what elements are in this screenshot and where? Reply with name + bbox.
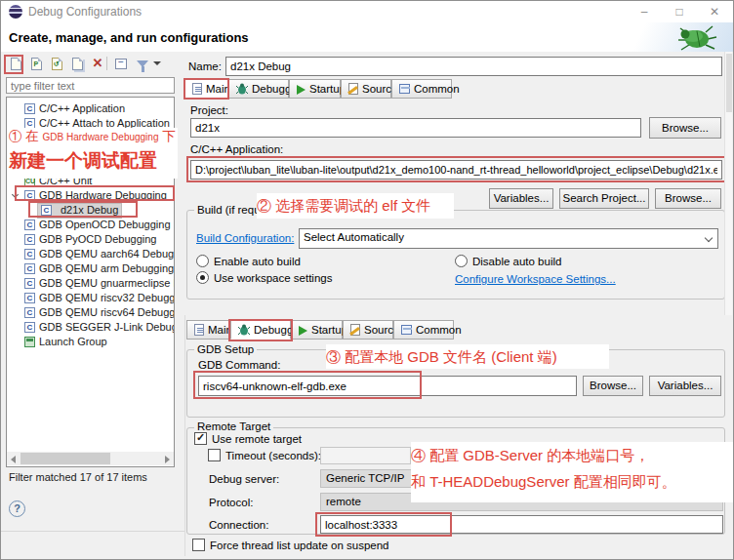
new-configuration-button[interactable] [7,55,24,72]
timeout-checkbox[interactable]: Timeout (seconds): [208,449,321,461]
connection-label: Connection: [209,519,268,531]
toolbar-separator [106,57,107,70]
tree-item[interactable]: Launch Group [7,335,174,349]
tree-item[interactable]: CGDB OpenOCD Debugging [7,218,174,232]
close-button[interactable]: ✕ [704,4,725,20]
main-tab-icon [194,324,204,336]
tab-startup[interactable]: Startup [289,79,341,99]
startup-play-icon [299,326,307,336]
collapse-all-button[interactable] [112,55,130,72]
eclipse-logo-icon [9,5,22,19]
tree-item[interactable]: CC/C++ Application [7,101,174,116]
connection-input[interactable] [320,515,723,534]
scrollbar-thumb[interactable] [20,453,110,464]
help-button[interactable]: ? [9,500,25,517]
debugger-tabstrip: Main Debugger Startup Source Common [186,320,733,340]
c-app-icon: C [24,263,35,274]
scroll-right-arrow-icon[interactable] [165,456,170,463]
tree-horizontal-scrollbar[interactable] [7,452,174,465]
tree-item[interactable]: CGDB QEMU arm Debugging [7,261,174,276]
gdb-command-label: GDB Command: [198,359,280,371]
filter-menu-arrow-icon[interactable] [151,55,163,72]
tree-item[interactable]: CUC/C++ Unit [7,174,174,188]
tree-item[interactable]: CGDB SEGGER J-Link Debugging [7,320,174,335]
debug-bug-icon [673,20,719,56]
tab-main[interactable]: Main [184,79,228,99]
use-remote-target-checkbox[interactable]: Use remote target [194,432,302,445]
application-browse-button[interactable]: Browse... [655,188,721,209]
filter-input[interactable] [6,77,175,94]
debug-server-select[interactable]: Generic TCP/IP [320,469,723,488]
tree-item-gdb-hardware[interactable]: CGDB Hardware Debugging [7,188,174,203]
chevron-down-icon [705,234,713,242]
tree-item[interactable]: CGDB QEMU gnuarmeclipse Debugging [7,276,174,291]
new-prototype-button[interactable]: P [27,55,45,72]
tab-common[interactable]: Common [391,79,452,99]
c-app-icon: C [24,307,35,318]
configure-workspace-settings-link[interactable]: Configure Workspace Settings... [455,273,616,285]
gdb-setup-label: GDB Setup [194,343,257,355]
tab-source[interactable]: Source [343,320,393,340]
tree-item[interactable]: CGDB QEMU aarch64 Debugging [7,247,174,261]
name-input[interactable] [225,57,722,76]
tab-source[interactable]: Source [341,79,391,99]
force-thread-checkbox[interactable]: Force thread list update on suspend [192,539,388,551]
tab-debugger[interactable]: Debugger [228,79,289,99]
debugger-bug-icon [238,324,250,336]
enable-auto-build-radio[interactable]: Enable auto build [196,255,301,267]
project-browse-button[interactable]: Browse... [649,117,721,139]
common-tab-icon [399,84,410,94]
duplicate-button[interactable] [68,55,86,72]
remote-target-label: Remote Target [194,420,273,432]
delete-button[interactable]: ✕ [89,55,106,72]
tab-common[interactable]: Common [393,320,454,340]
source-tab-icon [348,83,358,95]
scroll-left-arrow-icon[interactable] [11,456,16,463]
tree-item-d21x-debug[interactable]: Cd21x Debug [7,203,174,218]
tree-item[interactable]: CGDB PyOCD Debugging [7,232,174,247]
radio-icon [455,255,468,267]
expanded-chevron-icon[interactable] [12,191,19,198]
protocol-select[interactable]: remote [320,493,723,511]
gdb-browse-button[interactable]: Browse... [583,376,643,396]
disable-auto-build-radio[interactable]: Disable auto build [455,255,561,267]
project-label: Project: [190,104,228,116]
gdb-command-input[interactable] [198,376,577,396]
c-app-icon: C [24,118,35,129]
page-title: Create, manage, and run configurations [9,30,249,45]
gdb-variables-button[interactable]: Variables... [649,376,721,396]
application-label: C/C++ Application: [190,143,283,155]
tree-item[interactable]: CGDB QEMU riscv32 Debugging [7,291,174,305]
build-configuration-link[interactable]: Build Configuration: [196,232,294,244]
filter-status: Filter matched 17 of 17 items [9,471,147,483]
tree-item[interactable]: CC/C++ Attach to Application [7,116,174,131]
filter-button[interactable] [134,55,151,72]
divider [1,531,184,532]
minimize-button[interactable]: – [633,4,655,20]
checkbox-icon [208,449,221,461]
checkbox-checked-icon [194,432,207,445]
tree-hidden-region [7,131,174,174]
variables-button[interactable]: Variables... [489,188,553,209]
maximize-button[interactable]: □ [669,4,690,20]
tree-item[interactable]: CGDB QEMU riscv64 Debugging [7,305,174,320]
build-configuration-select[interactable]: Select Automatically [299,228,718,249]
tab-startup[interactable]: Startup [291,320,343,340]
search-project-button[interactable]: Search Project... [559,188,649,209]
application-input[interactable] [190,160,722,180]
tab-debugger[interactable]: Debugger [230,320,291,340]
use-workspace-settings-radio[interactable]: Use workspace settings [196,271,332,284]
tab-main[interactable]: Main [186,320,230,340]
c-app-icon: C [24,190,35,201]
timeout-input[interactable] [320,447,411,464]
configurations-toolbar: P ↺ ✕ [5,55,181,74]
project-input[interactable] [190,118,641,138]
scrollbar-thumb[interactable] [726,54,732,112]
common-tab-icon [401,325,412,335]
c-unit-icon: CU [24,176,35,186]
main-tab-icon [192,83,202,95]
c-app-icon: C [41,205,52,216]
export-configuration-button[interactable]: ↺ [48,55,65,72]
c-app-icon: C [24,220,35,230]
right-vertical-scrollbar[interactable] [724,52,732,315]
